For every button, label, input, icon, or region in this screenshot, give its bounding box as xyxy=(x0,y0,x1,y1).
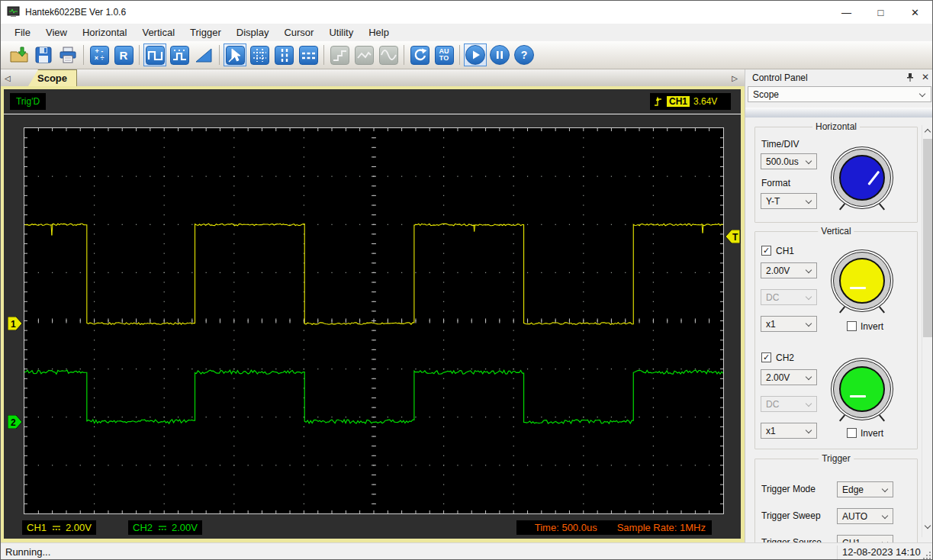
trigger-source-select[interactable]: CH1 xyxy=(837,535,893,542)
pause-button[interactable] xyxy=(488,43,511,66)
menu-utility[interactable]: Utility xyxy=(321,25,361,40)
math-button[interactable]: + - × ÷ xyxy=(88,43,111,66)
ch1-position-marker[interactable]: 1 xyxy=(8,317,24,330)
app-icon xyxy=(7,6,21,18)
tab-scope[interactable]: Scope xyxy=(28,69,77,86)
dc-coupling-icon xyxy=(52,524,60,532)
close-button[interactable]: ✕ xyxy=(898,1,932,24)
menu-cursor[interactable]: Cursor xyxy=(276,25,321,40)
ch2-position-knob[interactable] xyxy=(833,360,891,418)
square-wave-button[interactable] xyxy=(143,43,166,66)
ch1-probe-value: x1 xyxy=(766,319,776,330)
ch2-checkbox-label: CH2 xyxy=(776,352,794,363)
sine-interp-button[interactable] xyxy=(377,43,400,66)
scrollbar-thumb[interactable] xyxy=(923,139,933,337)
time-div-value: 500.0us xyxy=(766,156,799,167)
toolbar-separator xyxy=(459,45,460,65)
menu-vertical[interactable]: Vertical xyxy=(134,25,182,40)
trigger-level-marker[interactable]: T xyxy=(725,230,741,243)
trigger-group: Trigger xyxy=(754,459,918,542)
ch1-readout-volts: 2.00V xyxy=(66,522,92,533)
menu-horizontal[interactable]: Horizontal xyxy=(75,25,135,40)
save-button[interactable] xyxy=(32,43,55,66)
ch1-enable-checkbox[interactable]: ✓ xyxy=(761,246,771,256)
format-select[interactable]: Y-T xyxy=(761,193,817,209)
square-wave-icon xyxy=(146,46,165,65)
status-text: Running... xyxy=(5,546,50,558)
knob-pointer xyxy=(850,395,866,397)
horizontal-cursors-button[interactable] xyxy=(297,43,320,66)
cursor-button[interactable] xyxy=(224,43,246,66)
pause-icon xyxy=(490,45,510,65)
step-interp-button[interactable] xyxy=(328,43,351,66)
scroll-up-icon[interactable] xyxy=(925,129,931,135)
app-window: Hantek6022BE Ver 1.0.6 — □ ✕ File View H… xyxy=(0,0,933,560)
ch2-position-marker[interactable]: 2 xyxy=(8,415,24,429)
menu-help[interactable]: Help xyxy=(361,25,397,40)
tab-scroll-right-icon[interactable]: ▷ xyxy=(728,74,742,82)
auto-set-icon: AU TO xyxy=(435,46,454,65)
panel-scrollbar[interactable] xyxy=(922,125,933,537)
ch2-probe-select[interactable]: x1 xyxy=(761,423,817,439)
menu-trigger[interactable]: Trigger xyxy=(182,25,229,40)
print-icon xyxy=(59,46,77,64)
chevron-down-icon xyxy=(806,320,812,327)
start-button[interactable] xyxy=(464,43,487,66)
grid-button[interactable] xyxy=(248,43,271,66)
minimize-button[interactable]: — xyxy=(829,1,864,24)
scroll-down-icon[interactable] xyxy=(925,523,931,529)
ch2-invert-label: Invert xyxy=(861,428,883,439)
chevron-down-icon xyxy=(806,198,812,204)
time-div-select[interactable]: 500.0us xyxy=(761,153,817,169)
svg-text:1: 1 xyxy=(11,319,16,330)
chevron-down-icon xyxy=(806,158,812,164)
trigger-readout: CH1 3.64V xyxy=(650,93,731,110)
chevron-down-icon xyxy=(919,91,925,97)
ch2-readout: CH2 2.00V xyxy=(128,520,202,535)
menu-file[interactable]: File xyxy=(7,25,38,40)
ch2-volts-select[interactable]: 2.00V xyxy=(761,369,817,385)
status-bar: Running... 12-08-2023 14:10 xyxy=(1,542,932,560)
chevron-down-icon xyxy=(806,374,812,380)
help-button[interactable]: ? xyxy=(513,43,536,66)
auto-set-button[interactable]: AU TO xyxy=(433,43,455,66)
ramp-button[interactable] xyxy=(192,43,215,66)
trigger-level-value: 3.64V xyxy=(693,96,717,107)
ch1-volts-select[interactable]: 2.00V xyxy=(761,262,817,278)
trigger-sweep-select[interactable]: AUTO xyxy=(837,508,893,524)
tab-scroll-left-icon[interactable]: ◁ xyxy=(1,74,14,82)
digital-wave-button[interactable] xyxy=(168,43,191,66)
resize-grip[interactable] xyxy=(922,550,931,560)
refresh-button[interactable] xyxy=(408,43,431,66)
trigger-mode-select[interactable]: Edge xyxy=(837,481,893,497)
ch2-enable-checkbox[interactable]: ✓ xyxy=(761,352,771,362)
panel-mode-value: Scope xyxy=(753,89,779,100)
trigger-status-badge: Trig'D xyxy=(10,93,46,110)
reference-button[interactable]: R xyxy=(112,43,135,66)
knob-face xyxy=(839,366,885,412)
open-button[interactable] xyxy=(8,43,31,66)
vertical-cursors-button[interactable] xyxy=(272,43,295,66)
maximize-button[interactable]: □ xyxy=(864,1,898,24)
horizontal-position-knob[interactable] xyxy=(833,149,891,207)
ch1-position-knob[interactable] xyxy=(833,252,891,310)
panel-mode-select[interactable]: Scope xyxy=(748,86,931,102)
menu-view[interactable]: View xyxy=(38,25,75,40)
vertical-cursors-icon xyxy=(275,46,294,65)
trigger-mode-value: Edge xyxy=(842,484,864,495)
print-button[interactable] xyxy=(56,43,79,66)
ch2-invert-checkbox[interactable] xyxy=(847,428,857,438)
ch2-coupling-value: DC xyxy=(766,399,779,410)
play-icon xyxy=(465,45,485,65)
panel-close-icon[interactable]: ✕ xyxy=(922,72,929,82)
panel-collapsed-stripe[interactable] xyxy=(745,108,933,117)
help-icon: ? xyxy=(514,45,534,65)
chevron-down-icon xyxy=(806,401,812,407)
pin-icon[interactable] xyxy=(906,72,914,82)
ch2-coupling-select: DC xyxy=(761,396,817,412)
knob-face xyxy=(839,155,885,201)
linear-interp-button[interactable] xyxy=(352,43,375,66)
ch1-probe-select[interactable]: x1 xyxy=(761,316,817,332)
ch1-invert-checkbox[interactable] xyxy=(847,321,857,331)
menu-display[interactable]: Display xyxy=(229,25,277,40)
